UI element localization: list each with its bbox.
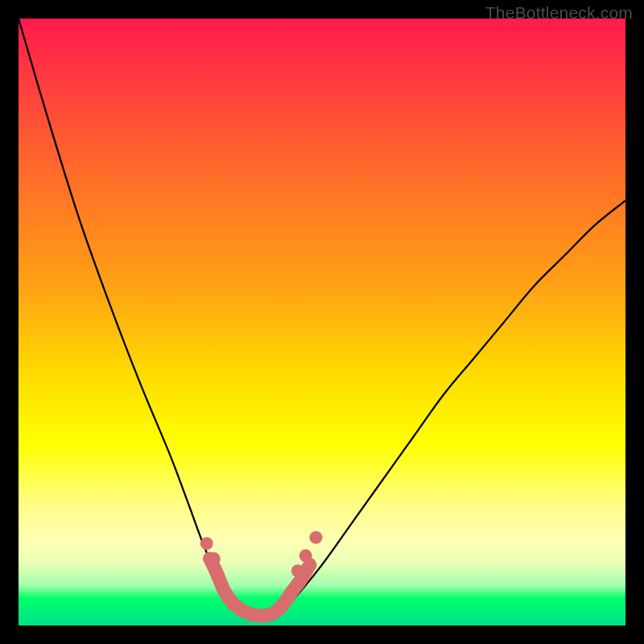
overlay-dot: [200, 537, 213, 550]
bottleneck-curve: [19, 19, 625, 619]
overlay-dot: [299, 549, 312, 562]
watermark-text: TheBottleneck.com: [485, 3, 633, 23]
chart-svg: [19, 19, 625, 625]
overlay-dot: [208, 552, 221, 565]
overlay-dots: [200, 531, 323, 616]
chart-frame: [19, 19, 625, 625]
overlay-dot: [291, 564, 304, 577]
overlay-dot: [309, 531, 322, 544]
